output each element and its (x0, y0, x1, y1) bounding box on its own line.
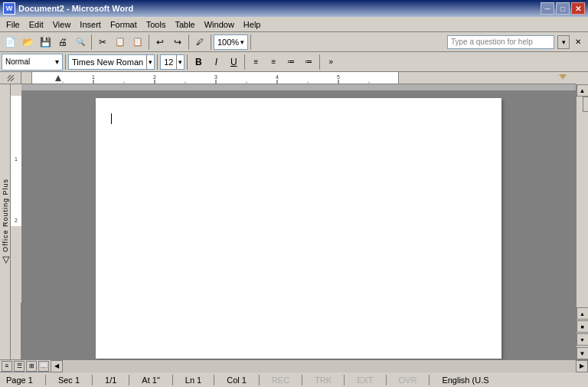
print-button[interactable]: 🖨 (54, 34, 71, 51)
main-area: Office Routing Plus ◁ 1 2 ▲ ▲ (0, 84, 588, 359)
status-ln: Ln 1 (182, 376, 204, 385)
menu-edit[interactable]: Edit (24, 18, 48, 31)
numbering-button[interactable]: ≔ (300, 54, 317, 71)
font-name-box[interactable]: Times New Roman ▾ (68, 54, 155, 70)
status-bar: Page 1 Sec 1 1/1 At 1" Ln 1 Col 1 REC TR… (0, 372, 588, 387)
menu-window[interactable]: Window (200, 18, 239, 31)
svg-rect-17 (11, 84, 21, 96)
style-dropdown[interactable]: Normal▾ (2, 54, 63, 71)
new-button[interactable]: 📄 (2, 34, 18, 51)
format-sep-4 (244, 54, 245, 70)
vertical-scrollbar: ▲ ▲ ■ ▼ ▼ (576, 84, 588, 359)
status-sep-1 (45, 375, 46, 385)
status-sep-6 (259, 375, 260, 385)
font-dropdown-arrow[interactable]: ▾ (146, 55, 154, 69)
menu-file[interactable]: File (2, 18, 24, 31)
toolbar-sep-3 (188, 34, 189, 50)
draw-button[interactable]: 🖊 (191, 34, 208, 51)
sidebar-arrow[interactable]: ◁ (0, 254, 11, 265)
menu-insert[interactable]: Insert (75, 18, 106, 31)
close-help-button[interactable]: ✕ (570, 34, 586, 51)
menu-help[interactable]: Help (239, 18, 266, 31)
undo-button[interactable]: ↩ (152, 34, 168, 51)
outline-view-button[interactable]: ☰ (14, 361, 24, 372)
align-left-button[interactable]: ≡ (247, 54, 264, 71)
layout-view-button[interactable]: ⊞ (26, 361, 37, 372)
menu-view[interactable]: View (48, 18, 76, 31)
format-sep-3 (187, 54, 188, 70)
copy-button[interactable]: 📋 (112, 34, 129, 51)
ruler-right-scroll (576, 72, 588, 84)
horizontal-ruler: 1 2 3 4 5 (21, 72, 576, 84)
redo-button[interactable]: ↪ (169, 34, 186, 51)
help-dropdown-button[interactable]: ▾ (557, 35, 570, 49)
bullets-button[interactable]: ≔ (283, 54, 299, 71)
bold-button[interactable]: B (190, 54, 207, 71)
align-center-button[interactable]: ≡ (265, 54, 282, 71)
status-sep-8 (344, 375, 345, 385)
normal-view-button[interactable]: ≡ (2, 361, 12, 372)
status-trk: TRK (312, 376, 335, 385)
more-button[interactable]: » (322, 54, 339, 71)
save-button[interactable]: 💾 (37, 34, 54, 51)
print-preview-button[interactable]: 🔍 (72, 34, 89, 51)
menu-format[interactable]: Format (106, 18, 142, 31)
help-placeholder: Type a question for help (451, 38, 533, 46)
ruler-right-marker (559, 74, 567, 80)
ruler-corner[interactable] (0, 72, 21, 84)
maximize-button[interactable]: □ (556, 2, 570, 15)
italic-button[interactable]: I (207, 54, 224, 71)
document-content[interactable] (96, 98, 501, 343)
scroll-left-button[interactable]: ◀ (51, 360, 63, 372)
scroll-size-down[interactable]: ▼ (577, 333, 589, 346)
title-bar: W Document2 - Microsoft Word ─ □ ✕ (0, 0, 588, 17)
format-toolbar: Normal▾ Times New Roman ▾ 12 ▾ B I U ≡ ≡… (0, 52, 588, 72)
app-icon: W (3, 2, 15, 15)
toolbar-sep-4 (211, 34, 211, 50)
menu-tools[interactable]: Tools (142, 18, 171, 31)
svg-text:2: 2 (15, 218, 18, 223)
status-sep-4 (172, 375, 173, 385)
status-sep-10 (429, 375, 430, 385)
minimize-button[interactable]: ─ (541, 2, 554, 15)
sidebar-label: Office Routing Plus (2, 179, 9, 252)
main-toolbar: 📄 📂 💾 🖨 🔍 ✂ 📋 📋 ↩ ↪ 🖊 100% ▾ Type a ques… (0, 32, 588, 52)
menu-bar: File Edit View Insert Format Tools Table… (0, 17, 588, 32)
status-ovr: OVR (396, 376, 420, 385)
paste-button[interactable]: 📋 (129, 34, 146, 51)
zoom-box[interactable]: 100% ▾ (214, 34, 248, 50)
svg-text:5: 5 (337, 74, 340, 80)
font-size-box[interactable]: 12 ▾ (160, 54, 185, 70)
cut-button[interactable]: ✂ (94, 34, 111, 51)
status-sep-7 (302, 375, 302, 385)
svg-text:2: 2 (153, 74, 156, 80)
scroll-right-button[interactable]: ▶ (576, 360, 588, 372)
horizontal-scrollbar: ≡ ☰ ⊞ 📖 ◀ ▶ (0, 359, 588, 372)
status-col: Col 1 (224, 376, 250, 385)
scroll-resize[interactable]: ■ (577, 320, 589, 333)
menu-table[interactable]: Table (170, 18, 199, 31)
svg-text:4: 4 (276, 74, 279, 80)
scroll-thumb-v[interactable] (583, 97, 589, 112)
open-button[interactable]: 📂 (19, 34, 36, 51)
font-name-value: Times New Roman (69, 57, 146, 67)
scroll-size-up[interactable]: ▲ (577, 307, 589, 320)
status-at: At 1" (139, 376, 162, 385)
help-input[interactable]: Type a question for help (447, 35, 554, 49)
toolbar-sep-1 (91, 34, 92, 50)
vertical-ruler: 1 2 (11, 84, 21, 359)
zoom-arrow[interactable]: ▾ (240, 38, 244, 46)
office-routing-sidebar[interactable]: Office Routing Plus ◁ (0, 84, 11, 359)
underline-button[interactable]: U (225, 54, 242, 71)
toolbar-sep-2 (149, 34, 149, 50)
scroll-down-button[interactable]: ▼ (577, 347, 589, 359)
document-page[interactable] (96, 98, 501, 359)
close-button[interactable]: ✕ (571, 2, 585, 15)
document-area[interactable] (21, 84, 576, 359)
scroll-track-h[interactable] (63, 360, 576, 372)
status-lang: English (U.S (439, 376, 492, 385)
size-dropdown-arrow[interactable]: ▾ (176, 55, 184, 69)
text-cursor (111, 113, 112, 124)
reading-view-button[interactable]: 📖 (38, 361, 49, 372)
scroll-up-button[interactable]: ▲ (577, 84, 589, 97)
